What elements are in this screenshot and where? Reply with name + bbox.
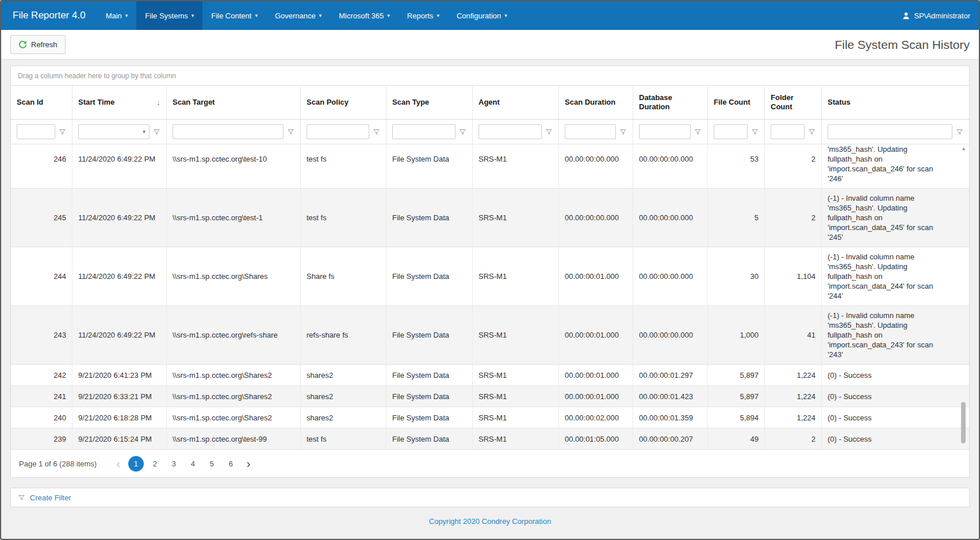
pager-prev-button[interactable]: ‹	[112, 457, 125, 470]
filter-icon[interactable]	[287, 128, 294, 136]
column-header-file_count[interactable]: File Count	[708, 86, 765, 119]
cell-scan_duration: 00.00:00:00.000	[559, 144, 633, 188]
cell-scan_duration: 00.00:01:05.000	[559, 428, 633, 449]
filter-icon[interactable]	[956, 128, 963, 136]
column-header-label: Status	[828, 98, 851, 107]
filter-input-scan_type[interactable]	[392, 124, 455, 139]
cell-database_duration: 00.00:00:00.000	[633, 189, 708, 247]
filter-input-file_count[interactable]	[714, 124, 748, 139]
filter-input-start_time[interactable]	[79, 125, 139, 139]
filter-cell-scan_target	[167, 120, 301, 144]
cell-scan_policy: shares2	[301, 407, 386, 428]
nav-item-reports[interactable]: Reports▾	[399, 1, 448, 30]
column-header-database_duration[interactable]: Database Duration	[633, 86, 708, 119]
filter-input-scan_policy[interactable]	[307, 124, 369, 139]
column-header-status[interactable]: Status	[822, 86, 969, 119]
scrollbar-thumb[interactable]	[961, 402, 966, 443]
create-filter-bar[interactable]: Create Filter	[10, 488, 970, 507]
scroll-up-icon[interactable]: ▲	[960, 146, 967, 151]
filter-icon[interactable]	[459, 128, 466, 136]
column-header-scan_policy[interactable]: Scan Policy	[301, 86, 386, 119]
cell-scan_id: 240	[11, 407, 72, 428]
nav-item-file-content[interactable]: File Content▾	[202, 1, 266, 30]
grid-header-row: Scan IdStart Time↓Scan TargetScan Policy…	[11, 86, 969, 120]
cell-scan_type: File System Data	[386, 365, 473, 385]
pager-next-button[interactable]: ›	[242, 457, 255, 470]
column-header-scan_duration[interactable]: Scan Duration	[559, 86, 633, 119]
chevron-down-icon: ▾	[192, 13, 194, 18]
filter-icon[interactable]	[59, 128, 66, 136]
pager-page-3[interactable]: 3	[166, 456, 182, 472]
column-header-label: Agent	[478, 98, 500, 107]
nav-item-governance[interactable]: Governance▾	[266, 1, 330, 30]
cell-scan_target: \\srs-m1.sp.cctec.org\test-1	[167, 189, 301, 247]
filter-cell-scan_duration	[559, 120, 633, 144]
table-row[interactable]: 24611/24/2020 6:49:22 PM\\srs-m1.sp.ccte…	[11, 144, 969, 189]
filter-input-scan_id[interactable]	[17, 124, 55, 139]
table-row[interactable]: 2399/21/2020 6:15:24 PM\\srs-m1.sp.cctec…	[11, 428, 969, 450]
filter-input-scan_duration[interactable]	[565, 124, 616, 139]
table-row[interactable]: 2429/21/2020 6:41:23 PM\\srs-m1.sp.cctec…	[11, 365, 969, 386]
filter-icon[interactable]	[619, 128, 627, 136]
nav-item-file-systems[interactable]: File Systems▾	[136, 1, 202, 30]
cell-scan_type: File System Data	[386, 386, 473, 407]
column-header-label: Scan Type	[392, 98, 429, 107]
group-by-hint[interactable]: Drag a column header here to group by th…	[11, 66, 969, 86]
pager-page-6[interactable]: 6	[223, 456, 239, 472]
cell-folder_count: 1,224	[765, 407, 822, 428]
filter-input-agent[interactable]	[478, 124, 542, 139]
cell-start_time: 11/24/2020 6:49:22 PM	[72, 189, 167, 247]
filter-input-scan_target[interactable]	[173, 124, 284, 139]
sort-desc-icon: ↓	[153, 98, 160, 107]
user-icon	[902, 12, 910, 20]
pager-page-5[interactable]: 5	[204, 456, 220, 472]
cell-status: (-1) - Invalid column name 'ms365_hash'.…	[822, 189, 969, 247]
cell-scan_duration: 00.00:00:00.000	[559, 189, 633, 247]
column-header-folder_count[interactable]: Folder Count	[765, 86, 822, 119]
filter-icon[interactable]	[153, 128, 160, 136]
cell-scan_duration: 00.00:00:01.000	[559, 306, 633, 364]
filter-icon[interactable]	[545, 128, 553, 136]
pager-page-1[interactable]: 1	[128, 456, 144, 472]
column-header-agent[interactable]: Agent	[473, 86, 559, 119]
refresh-button[interactable]: Refresh	[10, 35, 66, 54]
cell-database_duration: 00.00:00:00.000	[633, 247, 708, 305]
filter-input-folder_count[interactable]	[771, 124, 805, 139]
filter-icon[interactable]	[373, 128, 380, 136]
cell-agent: SRS-M1	[473, 407, 559, 428]
pager-page-4[interactable]: 4	[185, 456, 201, 472]
cell-folder_count: 2	[765, 189, 822, 247]
nav-item-main[interactable]: Main▾	[97, 1, 137, 30]
cell-scan_id: 243	[11, 306, 72, 364]
vertical-scrollbar[interactable]: ▲	[960, 146, 967, 448]
cell-agent: SRS-M1	[473, 247, 559, 305]
cell-scan_duration: 00.00:00:01.000	[559, 365, 633, 385]
nav-item-configuration[interactable]: Configuration▾	[448, 1, 516, 30]
chevron-down-icon[interactable]: ▾	[139, 129, 149, 135]
cell-scan_type: File System Data	[386, 306, 473, 364]
nav-menu: Main▾File Systems▾File Content▾Governanc…	[97, 1, 516, 30]
copyright-link[interactable]: Copyright 2020 Condrey Corporation	[429, 517, 551, 526]
column-header-scan_target[interactable]: Scan Target	[167, 86, 301, 119]
table-row[interactable]: 24511/24/2020 6:49:22 PM\\srs-m1.sp.ccte…	[11, 189, 969, 247]
filter-input-status[interactable]	[828, 124, 952, 139]
column-header-scan_id[interactable]: Scan Id	[11, 86, 72, 119]
table-row[interactable]: 2419/21/2020 6:33:21 PM\\srs-m1.sp.cctec…	[11, 386, 969, 407]
column-header-scan_type[interactable]: Scan Type	[386, 86, 473, 119]
table-row[interactable]: 24311/24/2020 6:49:22 PM\\srs-m1.sp.ccte…	[11, 306, 969, 365]
table-row[interactable]: 24411/24/2020 6:49:22 PM\\srs-m1.sp.ccte…	[11, 247, 969, 306]
cell-scan_id: 239	[11, 428, 72, 449]
user-menu[interactable]: SP\Administrator	[893, 1, 979, 30]
chevron-down-icon: ▾	[319, 13, 322, 18]
refresh-label: Refresh	[31, 40, 58, 49]
filter-input-database_duration[interactable]	[639, 124, 691, 139]
table-row[interactable]: 2409/21/2020 6:18:28 PM\\srs-m1.sp.cctec…	[11, 407, 969, 428]
column-header-start_time[interactable]: Start Time↓	[72, 86, 167, 119]
cell-folder_count: 1,104	[765, 247, 822, 305]
filter-icon[interactable]	[694, 128, 702, 136]
filter-icon[interactable]	[808, 128, 816, 136]
cell-folder_count: 2	[765, 144, 822, 188]
nav-item-microsoft-365[interactable]: Microsoft 365▾	[330, 1, 399, 30]
filter-icon[interactable]	[751, 128, 759, 136]
pager-page-2[interactable]: 2	[147, 456, 163, 472]
